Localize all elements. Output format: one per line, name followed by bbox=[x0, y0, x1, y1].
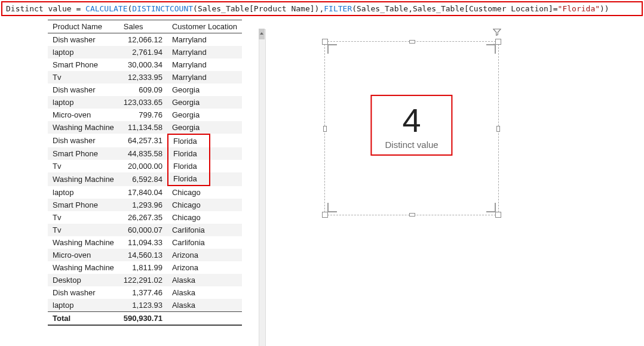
resize-handle[interactable] bbox=[495, 212, 501, 218]
card-value: 4 bbox=[385, 101, 438, 140]
table-row[interactable]: Micro-oven799.76Georgia bbox=[48, 109, 242, 121]
corner-mark bbox=[486, 203, 496, 212]
cell-location: Georgia bbox=[167, 109, 242, 121]
cell-sales: 1,377.46 bbox=[119, 286, 167, 299]
scrollbar[interactable] bbox=[259, 29, 266, 346]
cell-location: Florida bbox=[167, 147, 210, 160]
table-row[interactable]: Washing Machine1,811.99Arizona bbox=[48, 261, 242, 274]
table-row[interactable]: laptop2,761.94Marryland bbox=[48, 46, 242, 58]
table-row[interactable]: Dish washer609.09Georgia bbox=[48, 84, 242, 96]
cell-sales: 12,066.12 bbox=[119, 33, 167, 47]
cell-sales: 11,134.58 bbox=[119, 121, 167, 134]
cell-sales: 799.76 bbox=[119, 109, 167, 121]
total-value: 590,930.71 bbox=[119, 312, 167, 326]
cell-product: Washing Machine bbox=[48, 236, 119, 249]
cell-product: Washing Machine bbox=[48, 121, 119, 134]
fn-filter: FILTER bbox=[324, 4, 352, 13]
cell-product: Tv bbox=[48, 71, 119, 84]
resize-handle[interactable] bbox=[495, 39, 501, 45]
cell-location: Florida bbox=[167, 160, 210, 172]
cell-product: Washing Machine bbox=[48, 261, 119, 274]
table-row[interactable]: Washing Machine11,094.33Carlifonia bbox=[48, 236, 242, 249]
cell-sales: 11,094.33 bbox=[119, 236, 167, 249]
table-row[interactable]: Dish washer12,066.12Marryland bbox=[48, 33, 242, 47]
resize-handle[interactable] bbox=[409, 40, 415, 44]
data-table[interactable]: Product Name Sales Customer Location Dis… bbox=[48, 20, 242, 326]
cell-sales: 1,123.93 bbox=[119, 299, 167, 312]
table-row[interactable]: Smart Phone44,835.58Florida bbox=[48, 147, 242, 160]
cell-product: laptop bbox=[48, 46, 119, 58]
cell-location: Arizona bbox=[167, 261, 242, 274]
cell-product: Washing Machine bbox=[48, 172, 119, 186]
cell-location: Florida bbox=[167, 172, 210, 186]
table-row[interactable]: Tv60,000.07Carlifonia bbox=[48, 224, 242, 236]
cell-sales: 44,835.58 bbox=[119, 147, 167, 160]
table-row[interactable]: laptop123,033.65Georgia bbox=[48, 96, 242, 109]
card-label: Distinct value bbox=[385, 140, 438, 150]
corner-mark bbox=[327, 44, 337, 54]
table-row[interactable]: Smart Phone30,000.34Marryland bbox=[48, 58, 242, 71]
cell-location: Arizona bbox=[167, 249, 242, 261]
resize-handle[interactable] bbox=[322, 212, 328, 218]
cell-product: Smart Phone bbox=[48, 199, 119, 211]
cell-product: Tv bbox=[48, 224, 119, 236]
scroll-thumb[interactable] bbox=[259, 29, 265, 39]
cell-sales: 64,257.31 bbox=[119, 134, 167, 147]
cell-sales: 609.09 bbox=[119, 84, 167, 96]
cell-location: Chicago bbox=[167, 211, 242, 224]
cell-product: Micro-oven bbox=[48, 109, 119, 121]
fn-calculate: CALCULATE bbox=[85, 4, 127, 13]
table-row[interactable]: Tv12,333.95Marryland bbox=[48, 71, 242, 84]
col-product[interactable]: Product Name bbox=[48, 20, 119, 33]
cell-sales: 17,840.04 bbox=[119, 186, 167, 199]
resize-handle[interactable] bbox=[323, 126, 327, 132]
cell-sales: 30,000.34 bbox=[119, 58, 167, 71]
cell-location: Marryland bbox=[167, 33, 242, 47]
cell-sales: 1,811.99 bbox=[119, 261, 167, 274]
cell-product: Smart Phone bbox=[48, 147, 119, 160]
cell-sales: 1,293.96 bbox=[119, 199, 167, 211]
table-row[interactable]: Washing Machine11,134.58Georgia bbox=[48, 121, 242, 134]
corner-mark bbox=[486, 44, 496, 54]
cell-location: Marryland bbox=[167, 58, 242, 71]
cell-product: Tv bbox=[48, 211, 119, 224]
cell-sales: 60,000.07 bbox=[119, 224, 167, 236]
table-row[interactable]: Tv26,267.35Chicago bbox=[48, 211, 242, 224]
table-row[interactable]: laptop1,123.93Alaska bbox=[48, 299, 242, 312]
cell-sales: 12,333.95 bbox=[119, 71, 167, 84]
cell-location: Alaska bbox=[167, 286, 242, 299]
corner-mark bbox=[327, 203, 337, 212]
funnel-icon[interactable] bbox=[493, 28, 501, 38]
cell-product: laptop bbox=[48, 96, 119, 109]
table-row[interactable]: laptop17,840.04Chicago bbox=[48, 186, 242, 199]
cell-sales: 122,291.02 bbox=[119, 274, 167, 286]
cell-location: Alaska bbox=[167, 299, 242, 312]
cell-location: Carlifonia bbox=[167, 236, 242, 249]
resize-handle[interactable] bbox=[496, 126, 500, 132]
table-row[interactable]: Washing Machine6,592.84Florida bbox=[48, 172, 242, 186]
cell-product: Desktop bbox=[48, 274, 119, 286]
table-row[interactable]: Dish washer64,257.31Florida bbox=[48, 134, 242, 147]
table-row[interactable]: Tv20,000.00Florida bbox=[48, 160, 242, 172]
card-visual[interactable]: 4 Distinct value bbox=[324, 41, 499, 215]
table-row[interactable]: Micro-oven14,560.13Arizona bbox=[48, 249, 242, 261]
col-location-highlight: Customer Location bbox=[172, 22, 237, 31]
cell-location: Chicago bbox=[167, 186, 242, 199]
table-row[interactable]: Dish washer1,377.46Alaska bbox=[48, 286, 242, 299]
col-sales[interactable]: Sales bbox=[119, 20, 167, 33]
cell-product: Dish washer bbox=[48, 84, 119, 96]
cell-location: Georgia bbox=[167, 121, 242, 134]
cell-location: Florida bbox=[167, 134, 210, 147]
cell-sales: 6,592.84 bbox=[119, 172, 167, 186]
cell-location: Alaska bbox=[167, 274, 242, 286]
resize-handle[interactable] bbox=[409, 213, 415, 217]
col-location[interactable]: Customer Location bbox=[167, 20, 242, 33]
cell-location: Chicago bbox=[167, 199, 242, 211]
table-row[interactable]: Smart Phone1,293.96Chicago bbox=[48, 199, 242, 211]
cell-sales: 123,033.65 bbox=[119, 96, 167, 109]
total-label: Total bbox=[48, 312, 119, 326]
string-literal: "Florida" bbox=[558, 4, 600, 13]
table-row[interactable]: Desktop122,291.02Alaska bbox=[48, 274, 242, 286]
card-highlight: 4 Distinct value bbox=[370, 95, 452, 156]
formula-bar[interactable]: Distinct value = CALCULATE(DISTINCTCOUNT… bbox=[1, 1, 643, 16]
